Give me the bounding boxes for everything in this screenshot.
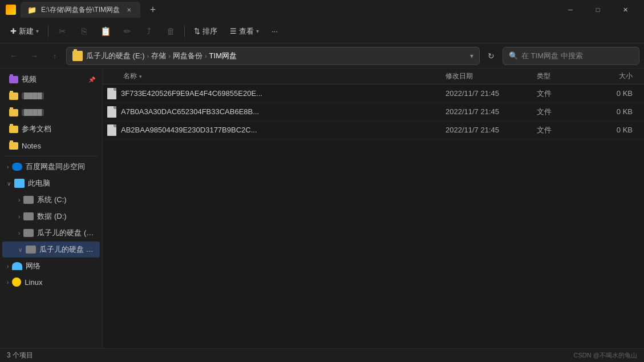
up-button[interactable]: ↑ [46,47,64,65]
breadcrumb-sep-3: › [205,53,207,59]
close-tab-button[interactable]: ✕ [124,5,133,14]
refresh-button[interactable]: ↻ [482,47,500,65]
sidebar-item-drive-e2[interactable]: ∨ 瓜子儿的硬盘 (E:) [2,242,100,258]
sidebar-item-notes[interactable]: Notes [2,138,100,154]
paste-button[interactable]: 📋 [95,22,116,41]
folder-yellow-icon-2 [9,109,18,116]
file-size-2: 0 KB [594,107,639,116]
sidebar: 视频 📌 ████ ████ 参考文档 Notes › 百度网盘同步空间 [0,69,103,348]
folder-yellow-icon-3 [9,126,18,133]
sidebar-item-reference[interactable]: 参考文档 [2,121,100,137]
toolbar: ✚ 新建 ▾ ✂ ⎘ 📋 ✏ ⤴ 🗑 ⇅ 排序 ☰ 查看 ▾ ··· [0,19,644,43]
drive-e1-icon [23,229,34,237]
file-size-1: 0 KB [594,89,639,98]
pc-icon [14,179,25,188]
app-icon [6,5,16,15]
close-button[interactable]: ✕ [612,0,638,19]
file-icon-2 [107,106,116,118]
sort-label: 排序 [202,26,217,37]
rename-button[interactable]: ✏ [117,22,137,41]
chevron-right-d-icon: › [18,214,20,220]
breadcrumb-drive: 瓜子儿的硬盘 (E:) [86,51,145,61]
file-date-3: 2022/11/7 21:45 [445,126,537,134]
titlebar-tab[interactable]: 📁 E:\存储\网盘备份\TIM网盘 ✕ [21,2,140,18]
file-name-3: AB2BAA98504439E230D3177B9BC2C... [121,126,445,134]
delete-button[interactable]: 🗑 [160,22,181,41]
sidebar-label-baidu: 百度网盘同步空间 [26,162,85,172]
back-button[interactable]: ← [5,47,23,65]
sidebar-item-this-pc[interactable]: ∨ 此电脑 [2,175,100,191]
more-button[interactable]: ··· [266,22,283,41]
new-icon: ✚ [10,27,17,35]
sidebar-item-baidu-cloud[interactable]: › 百度网盘同步空间 [2,159,100,175]
linux-icon [12,277,21,287]
tab-folder-icon: 📁 [27,6,37,14]
tab-title: E:\存储\网盘备份\TIM网盘 [41,5,120,15]
file-date-1: 2022/11/7 21:45 [445,89,537,98]
minimize-button[interactable]: ─ [557,0,584,19]
file-name-1: 3F733E420526F9E9AE4F4C69855E20E... [121,89,445,98]
addressbar: ← → ↑ 瓜子儿的硬盘 (E:) › 存储 › 网盘备份 › TIM网盘 ▾ … [0,43,644,69]
col-header-type[interactable]: 类型 [537,71,594,81]
chevron-right-e1-icon: › [18,230,20,236]
file-type-3: 文件 [537,125,594,135]
sidebar-label-storage2: ████ [22,109,44,116]
new-label: 新建 [19,26,34,37]
sidebar-item-drive-e1[interactable]: › 瓜子儿的硬盘 (E:) [2,225,100,241]
table-row[interactable]: 3F733E420526F9E9AE4F4C69855E20E... 2022/… [103,85,644,103]
sidebar-label-storage1: ████ [22,92,44,99]
view-button[interactable]: ☰ 查看 ▾ [224,22,265,41]
watermark: CSDN @不喝水的龟山 [574,351,637,360]
sidebar-label-drive-d: 数据 (D:) [37,211,66,222]
sidebar-item-drive-d[interactable]: › 数据 (D:) [2,208,100,224]
cut-button[interactable]: ✂ [52,22,72,41]
sidebar-label-network: 网络 [26,261,40,271]
sidebar-item-linux[interactable]: › Linux [2,275,100,289]
sidebar-label-drive-c: 系统 (C:) [37,195,66,205]
chevron-down-icon: ∨ [7,180,11,187]
statusbar: 3 个项目 CSDN @不喝水的龟山 [0,348,644,362]
table-row[interactable]: A7B0A3A30DAC652304FB33CAB6E8B... 2022/11… [103,103,644,121]
new-chevron-icon: ▾ [36,28,39,34]
view-icon: ☰ [230,27,237,35]
share-button[interactable]: ⤴ [139,22,159,41]
table-row[interactable]: AB2BAA98504439E230D3177B9BC2C... 2022/11… [103,121,644,139]
chevron-right-network-icon: › [7,263,9,270]
chevron-right-c-icon: › [18,197,20,203]
col-header-date[interactable]: 修改日期 [445,71,537,81]
breadcrumb[interactable]: 瓜子儿的硬盘 (E:) › 存储 › 网盘备份 › TIM网盘 ▾ [66,47,480,65]
col-header-name[interactable]: 名称 ▾ [107,71,445,81]
breadcrumb-backup: 网盘备份 [173,51,202,61]
breadcrumb-dropdown-icon[interactable]: ▾ [470,52,473,60]
sidebar-label-drive-e2: 瓜子儿的硬盘 (E:) [39,244,95,255]
new-button[interactable]: ✚ 新建 ▾ [5,22,44,41]
toolbar-separator-2 [184,26,185,37]
file-date-2: 2022/11/7 21:45 [445,107,537,116]
file-list-header: 名称 ▾ 修改日期 类型 大小 [103,69,644,85]
col-header-size[interactable]: 大小 [594,71,639,81]
breadcrumb-current: TIM网盘 [209,51,237,61]
search-input[interactable] [521,51,633,60]
sidebar-item-drive-c[interactable]: › 系统 (C:) [2,192,100,208]
sidebar-item-network[interactable]: › 网络 [2,258,100,274]
search-box[interactable]: 🔍 [503,47,639,65]
breadcrumb-sep-2: › [168,53,171,59]
sidebar-item-storage2[interactable]: ████ [2,104,100,120]
sort-button[interactable]: ⇅ 排序 [188,22,223,41]
pin-icon: 📌 [88,77,95,83]
toolbar-separator-1 [48,26,48,37]
chevron-right-linux-icon: › [7,279,9,285]
sidebar-item-storage1[interactable]: ████ [2,88,100,104]
network-icon [12,262,22,270]
sidebar-item-video[interactable]: 视频 📌 [2,71,100,87]
breadcrumb-sep-1: › [147,53,149,59]
forward-button[interactable]: → [25,47,43,65]
copy-button[interactable]: ⎘ [74,22,94,41]
maximize-button[interactable]: □ [585,0,611,19]
new-tab-button[interactable]: + [145,2,161,18]
sidebar-label-drive-e1: 瓜子儿的硬盘 (E:) [37,228,95,238]
file-icon-1 [107,88,116,99]
folder-purple-icon [9,76,18,83]
folder-yellow-icon-4 [9,142,18,150]
sort-arrow-icon: ▾ [139,74,142,79]
